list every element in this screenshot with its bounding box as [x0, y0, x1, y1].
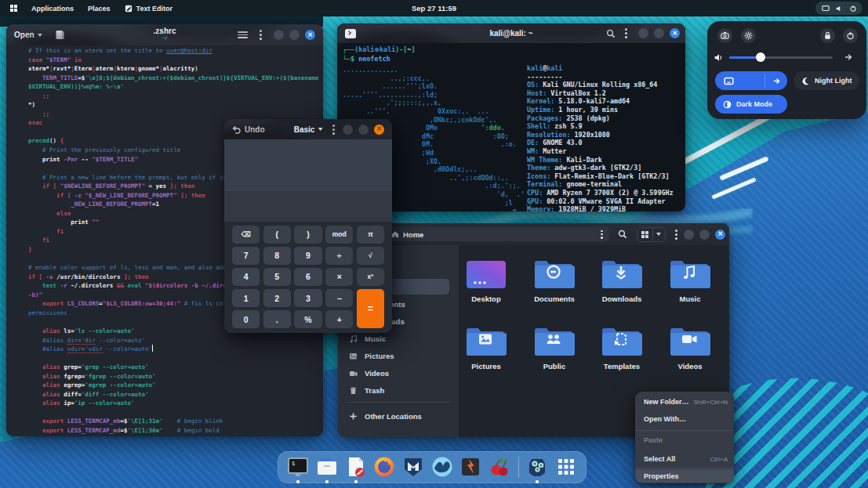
code-token: -b)"	[28, 291, 42, 298]
calc-key-two[interactable]: 2	[263, 289, 291, 307]
calc-key-six[interactable]: 6	[294, 268, 321, 286]
menu-item-properties[interactable]: Properties	[635, 469, 734, 483]
mode-selector[interactable]: Basic	[294, 125, 323, 134]
dock-item-terminal[interactable]: $	[286, 455, 310, 479]
calc-key-equals[interactable]: =	[357, 289, 384, 328]
calc-key-percent[interactable]: %	[294, 310, 321, 328]
system-tray[interactable]	[815, 2, 863, 15]
night-light-toggle[interactable]: Night Light	[794, 71, 859, 90]
arrow-right-icon[interactable]	[772, 77, 781, 85]
maximize-button[interactable]	[654, 28, 664, 38]
calc-key-paren-close[interactable]: )	[294, 226, 321, 244]
close-button[interactable]: ✕	[374, 125, 384, 135]
path-bar[interactable]: Home	[385, 227, 609, 241]
dock-item-firefox[interactable]	[372, 455, 396, 479]
text-editor-headerbar[interactable]: Open .zshrc ~/ ✕	[6, 24, 323, 45]
folder-downloads[interactable]: Downloads	[588, 258, 656, 303]
folder-icon	[601, 326, 644, 358]
calc-key-nine[interactable]: 9	[294, 247, 321, 265]
minimize-button[interactable]	[638, 28, 648, 38]
code-token: user@host:dir	[166, 47, 212, 54]
calc-key-decimal[interactable]: .	[263, 310, 291, 328]
dock-item-appgrid[interactable]	[554, 455, 578, 479]
screen-toggle[interactable]	[715, 71, 787, 90]
calc-key-zero[interactable]: 0	[232, 310, 260, 328]
menu-applications[interactable]: Applications	[24, 0, 81, 16]
dark-mode-toggle[interactable]: Dark Mode	[715, 95, 787, 114]
dock-item-files[interactable]	[315, 455, 339, 479]
search-icon[interactable]	[618, 230, 627, 239]
calc-key-add[interactable]: +	[325, 310, 353, 328]
calc-key-backspace[interactable]: ⌫	[232, 226, 260, 244]
lock-button[interactable]	[820, 28, 835, 43]
dock-item-texteditor[interactable]	[344, 455, 368, 479]
calc-key-three[interactable]: 3	[294, 289, 321, 307]
close-button[interactable]: ✕	[715, 230, 725, 240]
terminal-headerbar[interactable]: kali@kali: ~ ✕	[337, 23, 685, 43]
folder-desktop[interactable]: Desktop	[452, 258, 520, 303]
dock-item-metasploit[interactable]	[401, 455, 425, 479]
menu-places[interactable]: Places	[81, 0, 118, 16]
minimize-button[interactable]	[343, 125, 353, 135]
maximize-button[interactable]	[289, 30, 300, 40]
sidebar-item-videos[interactable]: Videos	[343, 365, 449, 381]
screenshot-button[interactable]	[717, 28, 732, 43]
volume-slider-knob[interactable]	[756, 52, 765, 62]
lock-icon	[823, 31, 832, 40]
view-toggle-button[interactable]	[637, 227, 666, 242]
dock-item-burp[interactable]	[459, 455, 482, 479]
dock-item-kalibox[interactable]	[525, 455, 549, 479]
calc-key-one[interactable]: 1	[232, 289, 260, 307]
close-button[interactable]: ✕	[305, 30, 315, 40]
minimize-button[interactable]	[684, 230, 694, 240]
calc-key-paren-open[interactable]: (	[263, 226, 291, 244]
sidebar-item-pictures[interactable]: Pictures	[343, 348, 449, 363]
calc-key-sqrt[interactable]: √	[357, 247, 384, 265]
minimize-button[interactable]	[274, 30, 284, 40]
dock-item-cherrytree[interactable]	[488, 455, 511, 479]
sidebar-item-other-locations[interactable]: Other Locations	[343, 408, 449, 424]
app-indicator-text-editor[interactable]: Text Editor	[118, 0, 180, 16]
folder-pictures[interactable]: Pictures	[452, 326, 520, 371]
calc-key-square[interactable]: x²	[357, 268, 384, 286]
folder-documents[interactable]: Documents	[521, 258, 588, 303]
folder-label: Videos	[656, 362, 724, 371]
pill-divider	[764, 74, 765, 87]
terminal-tab-icon[interactable]	[345, 29, 356, 38]
menu-item-new-folder[interactable]: New Folder…Shift+Ctrl+N	[635, 394, 734, 410]
terminal-token: kali	[380, 45, 395, 53]
folder-music[interactable]: Music	[656, 258, 724, 303]
activities-kali-icon[interactable]	[10, 5, 17, 12]
calc-key-subtract[interactable]: −	[325, 289, 353, 307]
calc-key-five[interactable]: 5	[263, 268, 291, 286]
calc-key-modulo[interactable]: mod	[325, 226, 353, 244]
menu-item-select-all[interactable]: Select AllCtrl+A	[635, 451, 734, 467]
path-options-icon[interactable]	[601, 230, 603, 239]
kebab-menu-icon[interactable]	[675, 230, 677, 240]
sidebar-item-music[interactable]: Music	[343, 331, 449, 346]
calc-key-pi[interactable]: π	[357, 226, 384, 244]
calc-key-four[interactable]: 4	[232, 268, 260, 286]
folder-public[interactable]: Public	[521, 326, 588, 371]
settings-button[interactable]	[741, 28, 756, 43]
folder-templates[interactable]: Templates	[588, 326, 656, 371]
dock-item-wireshark[interactable]	[430, 455, 454, 479]
calculator-expression-display[interactable]	[224, 139, 392, 191]
maximize-button[interactable]	[358, 125, 369, 135]
menu-item-paste[interactable]: Paste	[635, 432, 734, 448]
code-line: *)	[28, 100, 323, 110]
calc-key-seven[interactable]: 7	[232, 247, 260, 265]
power-button[interactable]	[843, 28, 858, 43]
calc-key-eight[interactable]: 8	[263, 247, 291, 265]
maximize-button[interactable]	[699, 230, 710, 240]
sidebar-item-trash[interactable]: Trash	[343, 382, 449, 398]
calc-key-divide[interactable]: ÷	[325, 247, 353, 265]
files-headerbar[interactable]: Home ✕	[338, 223, 729, 245]
clock[interactable]: Sep 27 11:59	[412, 4, 456, 13]
close-button[interactable]: ✕	[670, 28, 680, 38]
menu-item-open-with[interactable]: Open With…	[635, 411, 734, 427]
calculator-headerbar[interactable]: Undo Basic ✕	[224, 119, 392, 139]
arrow-right-icon[interactable]	[844, 52, 853, 62]
calc-key-multiply[interactable]: ×	[325, 268, 353, 286]
folder-videos[interactable]: Videos	[656, 326, 724, 371]
